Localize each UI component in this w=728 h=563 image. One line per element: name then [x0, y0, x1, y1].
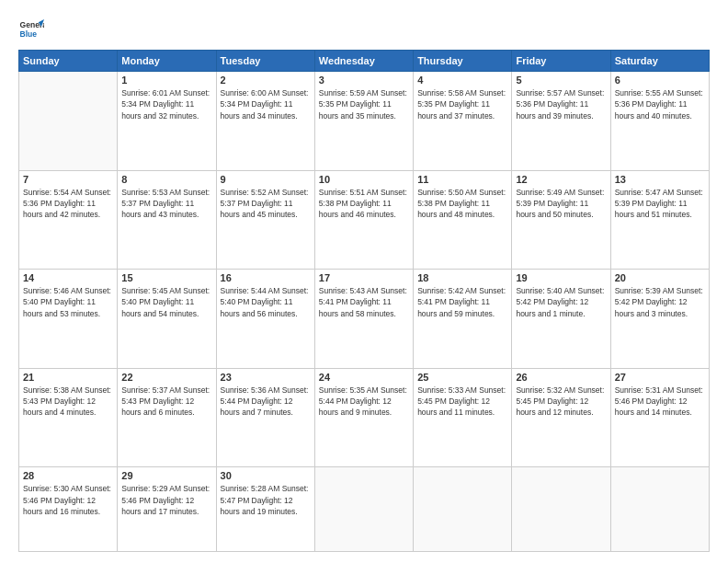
calendar-cell: [19, 72, 118, 171]
calendar-cell: 17Sunrise: 5:43 AM Sunset: 5:41 PM Dayli…: [314, 270, 413, 369]
calendar-cell: 14Sunrise: 5:46 AM Sunset: 5:40 PM Dayli…: [19, 270, 118, 369]
calendar-cell: [610, 467, 709, 552]
calendar-week-row: 7Sunrise: 5:54 AM Sunset: 5:36 PM Daylig…: [19, 170, 710, 270]
calendar-week-row: 21Sunrise: 5:38 AM Sunset: 5:43 PM Dayli…: [19, 368, 710, 467]
day-number: 20: [615, 272, 705, 283]
calendar-cell: 22Sunrise: 5:37 AM Sunset: 5:43 PM Dayli…: [118, 368, 216, 467]
calendar-cell: 29Sunrise: 5:29 AM Sunset: 5:46 PM Dayli…: [118, 467, 216, 552]
day-header-sunday: Sunday: [19, 51, 118, 72]
day-header-friday: Friday: [512, 51, 610, 72]
day-info: Sunrise: 5:38 AM Sunset: 5:43 PM Dayligh…: [23, 385, 113, 419]
day-info: Sunrise: 5:43 AM Sunset: 5:41 PM Dayligh…: [319, 285, 409, 319]
day-info: Sunrise: 5:49 AM Sunset: 5:39 PM Dayligh…: [516, 187, 606, 221]
day-number: 7: [23, 174, 113, 185]
logo-icon: General Blue: [18, 17, 44, 42]
day-number: 11: [417, 174, 507, 185]
day-info: Sunrise: 5:36 AM Sunset: 5:44 PM Dayligh…: [221, 385, 311, 419]
calendar-cell: 7Sunrise: 5:54 AM Sunset: 5:36 PM Daylig…: [19, 170, 118, 270]
day-header-saturday: Saturday: [610, 51, 709, 72]
day-number: 26: [516, 372, 606, 383]
calendar-cell: 13Sunrise: 5:47 AM Sunset: 5:39 PM Dayli…: [610, 170, 709, 270]
day-number: 5: [516, 75, 606, 86]
calendar-cell: 28Sunrise: 5:30 AM Sunset: 5:46 PM Dayli…: [19, 467, 118, 552]
day-number: 8: [121, 174, 211, 185]
day-info: Sunrise: 5:53 AM Sunset: 5:37 PM Dayligh…: [121, 187, 211, 221]
day-info: Sunrise: 5:39 AM Sunset: 5:42 PM Dayligh…: [615, 285, 705, 319]
calendar-cell: 16Sunrise: 5:44 AM Sunset: 5:40 PM Dayli…: [216, 270, 314, 369]
day-header-wednesday: Wednesday: [314, 51, 413, 72]
day-number: 23: [221, 372, 311, 383]
calendar-cell: 19Sunrise: 5:40 AM Sunset: 5:42 PM Dayli…: [512, 270, 610, 369]
calendar-week-row: 28Sunrise: 5:30 AM Sunset: 5:46 PM Dayli…: [19, 467, 710, 552]
calendar-cell: 18Sunrise: 5:42 AM Sunset: 5:41 PM Dayli…: [414, 270, 512, 369]
day-number: 17: [319, 272, 409, 283]
day-number: 14: [23, 272, 113, 283]
calendar-cell: 10Sunrise: 5:51 AM Sunset: 5:38 PM Dayli…: [314, 170, 413, 270]
calendar-cell: 30Sunrise: 5:28 AM Sunset: 5:47 PM Dayli…: [216, 467, 314, 552]
day-number: 12: [516, 174, 606, 185]
calendar-cell: [414, 467, 512, 552]
day-header-tuesday: Tuesday: [216, 51, 314, 72]
day-number: 1: [121, 75, 211, 86]
calendar-cell: 15Sunrise: 5:45 AM Sunset: 5:40 PM Dayli…: [118, 270, 216, 369]
calendar-cell: 12Sunrise: 5:49 AM Sunset: 5:39 PM Dayli…: [512, 170, 610, 270]
day-info: Sunrise: 5:45 AM Sunset: 5:40 PM Dayligh…: [121, 285, 211, 319]
logo: General Blue: [18, 17, 44, 42]
day-info: Sunrise: 5:59 AM Sunset: 5:35 PM Dayligh…: [319, 87, 409, 121]
day-number: 16: [221, 272, 311, 283]
day-number: 21: [23, 372, 113, 383]
page: General Blue SundayMondayTuesdayWednesda…: [0, 0, 728, 563]
day-info: Sunrise: 6:01 AM Sunset: 5:34 PM Dayligh…: [121, 87, 211, 121]
day-number: 30: [221, 470, 311, 481]
calendar-cell: 8Sunrise: 5:53 AM Sunset: 5:37 PM Daylig…: [118, 170, 216, 270]
day-info: Sunrise: 5:44 AM Sunset: 5:40 PM Dayligh…: [221, 285, 311, 319]
calendar-cell: 4Sunrise: 5:58 AM Sunset: 5:35 PM Daylig…: [414, 72, 512, 171]
calendar-cell: 24Sunrise: 5:35 AM Sunset: 5:44 PM Dayli…: [314, 368, 413, 467]
day-number: 13: [615, 174, 705, 185]
calendar-cell: 11Sunrise: 5:50 AM Sunset: 5:38 PM Dayli…: [414, 170, 512, 270]
day-info: Sunrise: 5:57 AM Sunset: 5:36 PM Dayligh…: [516, 87, 606, 121]
day-info: Sunrise: 5:29 AM Sunset: 5:46 PM Dayligh…: [121, 483, 211, 517]
day-info: Sunrise: 5:54 AM Sunset: 5:36 PM Dayligh…: [23, 187, 113, 221]
day-info: Sunrise: 5:42 AM Sunset: 5:41 PM Dayligh…: [417, 285, 507, 319]
calendar-cell: 20Sunrise: 5:39 AM Sunset: 5:42 PM Dayli…: [610, 270, 709, 369]
day-info: Sunrise: 5:55 AM Sunset: 5:36 PM Dayligh…: [615, 87, 705, 121]
day-number: 10: [319, 174, 409, 185]
day-info: Sunrise: 5:33 AM Sunset: 5:45 PM Dayligh…: [417, 385, 507, 419]
day-info: Sunrise: 5:51 AM Sunset: 5:38 PM Dayligh…: [319, 187, 409, 221]
day-number: 2: [221, 75, 311, 86]
day-number: 29: [121, 470, 211, 481]
day-info: Sunrise: 5:37 AM Sunset: 5:43 PM Dayligh…: [121, 385, 211, 419]
day-number: 28: [23, 470, 113, 481]
calendar-cell: 21Sunrise: 5:38 AM Sunset: 5:43 PM Dayli…: [19, 368, 118, 467]
calendar-cell: 1Sunrise: 6:01 AM Sunset: 5:34 PM Daylig…: [118, 72, 216, 171]
day-number: 6: [615, 75, 705, 86]
calendar-cell: 23Sunrise: 5:36 AM Sunset: 5:44 PM Dayli…: [216, 368, 314, 467]
day-number: 18: [417, 272, 507, 283]
day-info: Sunrise: 5:31 AM Sunset: 5:46 PM Dayligh…: [615, 385, 705, 419]
day-number: 24: [319, 372, 409, 383]
calendar-cell: 6Sunrise: 5:55 AM Sunset: 5:36 PM Daylig…: [610, 72, 709, 171]
day-number: 27: [615, 372, 705, 383]
calendar-header-row: SundayMondayTuesdayWednesdayThursdayFrid…: [19, 51, 710, 72]
calendar-cell: [314, 467, 413, 552]
svg-text:Blue: Blue: [20, 29, 38, 39]
calendar-cell: 26Sunrise: 5:32 AM Sunset: 5:45 PM Dayli…: [512, 368, 610, 467]
header: General Blue: [18, 17, 710, 42]
day-number: 4: [417, 75, 507, 86]
calendar-cell: 2Sunrise: 6:00 AM Sunset: 5:34 PM Daylig…: [216, 72, 314, 171]
day-info: Sunrise: 5:52 AM Sunset: 5:37 PM Dayligh…: [221, 187, 311, 221]
calendar-cell: [512, 467, 610, 552]
day-number: 15: [121, 272, 211, 283]
calendar-table: SundayMondayTuesdayWednesdayThursdayFrid…: [18, 50, 710, 552]
day-info: Sunrise: 5:40 AM Sunset: 5:42 PM Dayligh…: [516, 285, 606, 319]
day-info: Sunrise: 5:32 AM Sunset: 5:45 PM Dayligh…: [516, 385, 606, 419]
calendar-cell: 25Sunrise: 5:33 AM Sunset: 5:45 PM Dayli…: [414, 368, 512, 467]
day-info: Sunrise: 5:28 AM Sunset: 5:47 PM Dayligh…: [221, 483, 311, 517]
calendar-cell: 5Sunrise: 5:57 AM Sunset: 5:36 PM Daylig…: [512, 72, 610, 171]
day-number: 25: [417, 372, 507, 383]
day-info: Sunrise: 5:30 AM Sunset: 5:46 PM Dayligh…: [23, 483, 113, 517]
calendar-cell: 3Sunrise: 5:59 AM Sunset: 5:35 PM Daylig…: [314, 72, 413, 171]
calendar-cell: 9Sunrise: 5:52 AM Sunset: 5:37 PM Daylig…: [216, 170, 314, 270]
day-info: Sunrise: 5:50 AM Sunset: 5:38 PM Dayligh…: [417, 187, 507, 221]
